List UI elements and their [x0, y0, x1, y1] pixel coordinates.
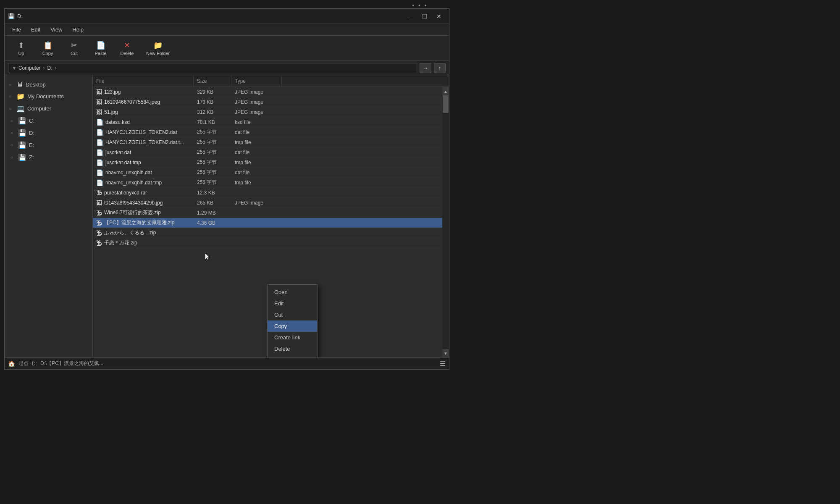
menu-help[interactable]: Help [68, 25, 88, 34]
nav-forward-button[interactable]: → [420, 63, 431, 73]
context-menu: Open Edit Cut Copy Create link Delete Re… [267, 284, 318, 357]
nav-up-button[interactable]: ↑ [434, 63, 446, 73]
file-type: dat file [231, 129, 282, 135]
breadcrumb-drive: D: [47, 65, 52, 71]
newfolder-label: New Folder [146, 51, 170, 56]
file-size: 12.3 KB [194, 190, 231, 196]
file-type: ksd file [231, 119, 282, 125]
file-row[interactable]: 🖼1610946670775584.jpeg 173 KB JPEG Image [93, 97, 449, 107]
header-file[interactable]: File [93, 75, 194, 87]
file-name: Wine6.7可运行的茶壶.zip [104, 209, 161, 216]
menu-view[interactable]: View [46, 25, 66, 34]
context-menu-createlink[interactable]: Create link [268, 332, 317, 343]
sidebar-item-e[interactable]: ○ 💾 E: [5, 139, 92, 151]
file-icon: 🖼 [96, 99, 102, 105]
file-size: 255 字节 [194, 169, 231, 176]
file-row[interactable]: 📄datasu.ksd 78.1 KB ksd file [93, 117, 449, 127]
title-bar: 💾 D: — ❐ ✕ [5, 9, 449, 24]
paste-label: Paste [94, 51, 106, 56]
sidebar-item-d[interactable]: ○ 💾 D: [5, 127, 92, 139]
content-area: ○ 🖥 Desktop ○ 📁 My Documents ○ 💻 Compute… [5, 75, 449, 357]
file-name: 123.jpg [104, 89, 121, 95]
file-row[interactable]: 📄juscrkat.dat.tmp 255 字节 tmp file [93, 158, 449, 168]
scroll-top-arrow[interactable]: ▲ [442, 87, 449, 95]
toolbar-delete-button[interactable]: ✕ Delete [116, 39, 139, 58]
file-icon: 📄 [96, 119, 103, 126]
expand-icon-e: ○ [10, 143, 16, 147]
file-icon: 🖼 [96, 89, 102, 95]
file-icon: 🗜 [96, 240, 102, 247]
file-area[interactable]: File Size Type ▲ 🖼123.jpg 329 KB JPEG Im… [93, 75, 449, 357]
delete-label: Delete [121, 51, 134, 56]
file-name: juscrkat.dat.tmp [105, 160, 141, 165]
expand-icon-mydocs: ○ [9, 94, 14, 99]
file-type: tmp file [231, 139, 282, 145]
minimize-button[interactable]: — [404, 11, 417, 21]
newfolder-icon: 📁 [153, 41, 163, 50]
sidebar-label-mydocs: My Documents [27, 93, 64, 100]
window-icon: 💾 [8, 13, 15, 20]
file-row[interactable]: 🗜ふゅから、くるる．zip [93, 228, 449, 238]
cut-icon: ✂ [71, 41, 77, 50]
file-type: dat file [231, 170, 282, 176]
sidebar-item-z[interactable]: ○ 💾 Z: [5, 151, 92, 163]
scrollbar-down-arrow[interactable]: ▼ [442, 349, 449, 357]
mydocs-icon: 📁 [16, 92, 25, 100]
toolbar-up-button[interactable]: ⬆ Up [10, 39, 33, 58]
toolbar-copy-button[interactable]: 📋 Copy [36, 39, 59, 58]
context-menu-edit[interactable]: Edit [268, 298, 317, 309]
sidebar-item-c[interactable]: ○ 💾 C: [5, 115, 92, 127]
context-menu-open[interactable]: Open [268, 286, 317, 298]
context-menu-rename[interactable]: Rename [268, 354, 317, 357]
file-row[interactable]: 📄nbavmc_unxqbih.dat 255 字节 dat file [93, 168, 449, 178]
close-button[interactable]: ✕ [432, 11, 446, 21]
file-size: 255 字节 [194, 149, 231, 156]
z-drive-icon: 💾 [18, 153, 26, 161]
menu-edit[interactable]: Edit [27, 25, 45, 34]
file-row[interactable]: 📄HANYCJLZOEUS_TOKEN2.dat.t... 255 字节 tmp… [93, 137, 449, 147]
context-menu-cut[interactable]: Cut [268, 309, 317, 320]
file-icon: 📄 [96, 149, 103, 156]
sidebar-item-desktop[interactable]: ○ 🖥 Desktop [5, 79, 92, 90]
sidebar-label-computer: Computer [27, 105, 51, 112]
file-row[interactable]: 📄nbavmc_unxqbih.dat.tmp 255 字节 tmp file [93, 178, 449, 188]
file-name: HANYCJLZOEUS_TOKEN2.dat [105, 129, 177, 135]
file-row[interactable]: 📄HANYCJLZOEUS_TOKEN2.dat 255 字节 dat file [93, 127, 449, 137]
toolbar-paste-button[interactable]: 📄 Paste [89, 39, 112, 58]
file-icon: 🗜 [96, 230, 102, 236]
menu-file[interactable]: File [8, 25, 25, 34]
breadcrumb-expand: ▼ [12, 65, 17, 71]
file-size: 78.1 KB [194, 119, 231, 125]
file-name: datasu.ksd [105, 119, 130, 125]
status-right: ☰ [440, 360, 446, 368]
status-drive: D: [32, 361, 37, 367]
file-row[interactable]: 🗜Wine6.7可运行的茶壶.zip 1.29 MB [93, 208, 449, 218]
file-row[interactable]: 📄juscrkat.dat 255 字节 dat file [93, 147, 449, 158]
sidebar-label-d: D: [29, 130, 34, 136]
file-row[interactable]: 🗜千恋＊万花.zip [93, 238, 449, 248]
sidebar-label-c: C: [29, 118, 34, 124]
context-menu-copy[interactable]: Copy [268, 320, 317, 332]
sidebar-item-computer[interactable]: ○ 💻 Computer [5, 102, 92, 115]
toolbar-cut-button[interactable]: ✂ Cut [63, 39, 86, 58]
file-row[interactable]: 🖼51.jpg 312 KB JPEG Image [93, 107, 449, 117]
file-row[interactable]: 🗜purestationyxcd.rar 12.3 KB [93, 188, 449, 198]
file-row-selected[interactable]: 🗜【PC】流景之海的艾佩理雅.zip 4.36 GB [93, 218, 449, 228]
header-size[interactable]: Size [194, 75, 231, 87]
breadcrumb[interactable]: ▼ Computer › D: › [8, 63, 417, 73]
file-size: 1.29 MB [194, 210, 231, 216]
sidebar: ○ 🖥 Desktop ○ 📁 My Documents ○ 💻 Compute… [5, 75, 93, 357]
file-type: JPEG Image [231, 99, 282, 105]
sidebar-item-mydocs[interactable]: ○ 📁 My Documents [5, 90, 92, 102]
expand-icon-computer: ○ [9, 106, 14, 111]
file-row[interactable]: 🖼123.jpg 329 KB JPEG Image [93, 87, 449, 97]
header-type[interactable]: Type [231, 75, 282, 87]
file-row[interactable]: 🖼t0143a8f9543430429b.jpg 265 KB JPEG Ima… [93, 198, 449, 208]
restore-button[interactable]: ❐ [418, 11, 431, 21]
context-menu-delete[interactable]: Delete [268, 343, 317, 354]
file-type: tmp file [231, 180, 282, 186]
status-bar: 🏠 起点 D: D:\【PC】流景之海的艾佩... ☰ [5, 357, 449, 369]
toolbar-newfolder-button[interactable]: 📁 New Folder [142, 39, 174, 58]
c-drive-icon: 💾 [18, 117, 26, 125]
scrollbar-track[interactable]: ▼ [442, 87, 449, 357]
